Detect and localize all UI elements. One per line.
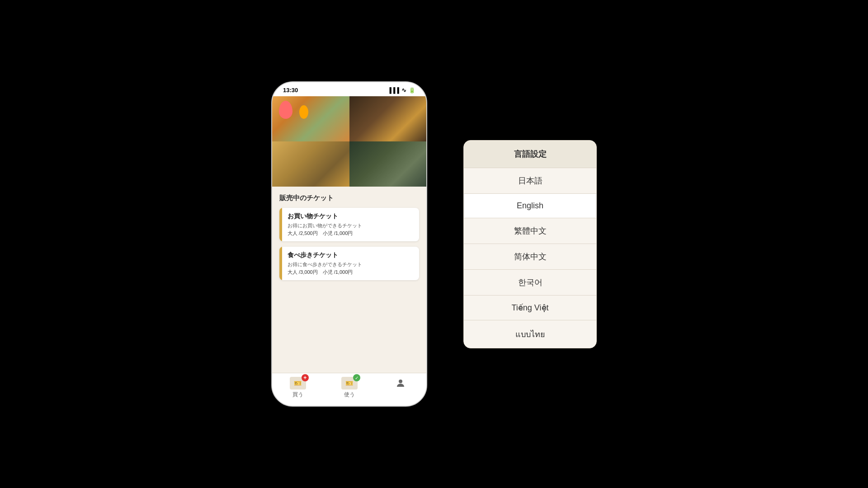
svg-point-0 bbox=[399, 380, 402, 383]
language-modal: 言語設定 日本語 English 繁體中文 简体中文 한국어 Tiếng Việ… bbox=[463, 140, 597, 348]
lang-option-korean[interactable]: 한국어 bbox=[464, 270, 596, 296]
ticket-desc-1: お得にお買い物ができるチケット bbox=[288, 222, 414, 229]
ticket-price-1: 大人 /2,500円 小児 /1,000円 bbox=[288, 230, 414, 237]
image-skewer bbox=[272, 141, 349, 187]
ticket-title-2: 食べ歩きチケット bbox=[288, 251, 414, 259]
battery-icon: 🔋 bbox=[409, 87, 415, 94]
nav-buy-icon: 🎫 + bbox=[290, 377, 306, 389]
lang-option-japanese[interactable]: 日本語 bbox=[464, 168, 596, 194]
nav-buy[interactable]: 🎫 + 買う bbox=[272, 377, 324, 399]
language-modal-header: 言語設定 bbox=[464, 141, 596, 168]
ticket-card-2[interactable]: 食べ歩きチケット お得に食べ歩きができるチケット 大人 /3,000円 小児 /… bbox=[279, 247, 419, 280]
lang-option-english[interactable]: English bbox=[464, 194, 596, 218]
nav-profile-icon bbox=[394, 377, 407, 389]
ticket-body-2: 食べ歩きチケット お得に食べ歩きができるチケット 大人 /3,000円 小児 /… bbox=[282, 247, 419, 280]
ticket-body-1: お買い物チケット お得にお買い物ができるチケット 大人 /2,500円 小児 /… bbox=[282, 208, 419, 241]
check-badge: ✓ bbox=[353, 374, 360, 381]
nav-use-label: 使う bbox=[344, 391, 355, 399]
lang-option-traditional-chinese[interactable]: 繁體中文 bbox=[464, 218, 596, 244]
image-flower bbox=[272, 96, 349, 141]
image-owl bbox=[349, 141, 427, 187]
phone-frame: 13:30 ▐▐▐ ∿ 🔋 販売中のチケット お買い物チケット お得にお買い物が… bbox=[271, 81, 427, 407]
ticket-use-icon: 🎫 bbox=[345, 380, 353, 387]
plus-badge: + bbox=[302, 374, 309, 381]
ticket-card-1[interactable]: お買い物チケット お得にお買い物ができるチケット 大人 /2,500円 小児 /… bbox=[279, 208, 419, 241]
lang-option-simplified-chinese[interactable]: 简体中文 bbox=[464, 244, 596, 270]
image-grid bbox=[272, 96, 426, 187]
phone-content: 販売中のチケット お買い物チケット お得にお買い物ができるチケット 大人 /2,… bbox=[272, 187, 426, 373]
status-bar: 13:30 ▐▐▐ ∿ 🔋 bbox=[272, 82, 426, 96]
lang-option-thai[interactable]: แบบไทย bbox=[464, 320, 596, 348]
image-food bbox=[349, 96, 427, 141]
bottom-nav: 🎫 + 買う 🎫 ✓ 使う bbox=[272, 373, 426, 406]
language-modal-title: 言語設定 bbox=[514, 150, 547, 159]
nav-use-icon: 🎫 ✓ bbox=[341, 377, 358, 389]
nav-buy-label: 買う bbox=[292, 391, 303, 399]
wifi-icon: ∿ bbox=[401, 87, 406, 94]
status-icons: ▐▐▐ ∿ 🔋 bbox=[387, 87, 415, 94]
nav-profile[interactable] bbox=[375, 377, 426, 399]
scene: 13:30 ▐▐▐ ∿ 🔋 販売中のチケット お買い物チケット お得にお買い物が… bbox=[271, 81, 597, 407]
ticket-price-2: 大人 /3,000円 小児 /1,000円 bbox=[288, 269, 414, 276]
ticket-desc-2: お得に食べ歩きができるチケット bbox=[288, 261, 414, 268]
nav-use[interactable]: 🎫 ✓ 使う bbox=[324, 377, 375, 399]
ticket-title-1: お買い物チケット bbox=[288, 212, 414, 221]
section-title: 販売中のチケット bbox=[279, 194, 419, 202]
status-time: 13:30 bbox=[283, 87, 298, 94]
signal-icon: ▐▐▐ bbox=[387, 87, 399, 94]
ticket-small-icon: 🎫 bbox=[294, 380, 302, 387]
lang-option-vietnamese[interactable]: Tiếng Việt bbox=[464, 296, 596, 320]
